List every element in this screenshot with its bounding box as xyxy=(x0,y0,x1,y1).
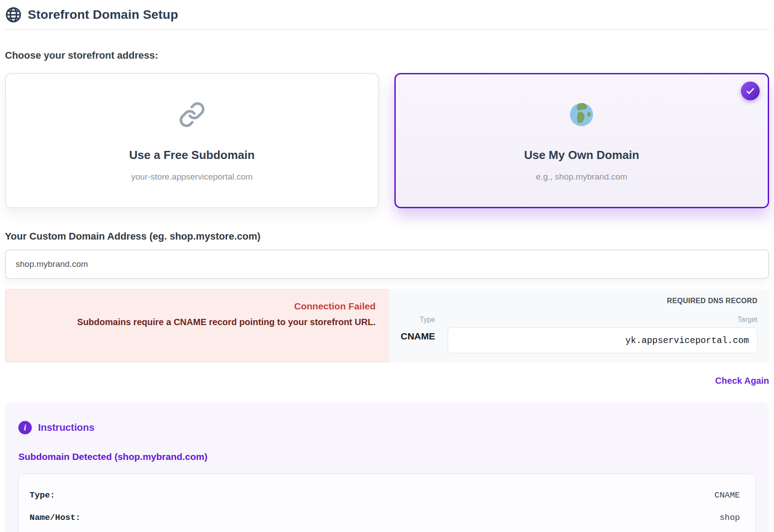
record-label: Type: xyxy=(30,490,55,500)
dns-record-heading: REQUIRED DNS RECORD xyxy=(401,297,757,305)
record-value: CNAME xyxy=(714,490,740,500)
dns-type-column: Type CNAME xyxy=(401,316,435,353)
domain-option-cards: Use a Free Subdomain your-store.appservi… xyxy=(5,73,769,208)
instructions-title: Instructions xyxy=(38,422,94,433)
check-again-row: Check Again xyxy=(5,376,769,386)
link-icon xyxy=(179,100,205,129)
record-label: Name/Host: xyxy=(30,513,81,523)
card-title: Use a Free Subdomain xyxy=(129,148,255,162)
info-icon: i xyxy=(18,421,32,434)
record-row-name-host: Name/Host: shop xyxy=(30,513,740,523)
instructions-header: i Instructions xyxy=(18,421,756,434)
earth-globe-icon xyxy=(567,100,596,129)
custom-domain-input[interactable] xyxy=(5,249,769,279)
globe-icon xyxy=(5,6,22,23)
option-card-free-subdomain[interactable]: Use a Free Subdomain your-store.appservi… xyxy=(5,73,379,208)
record-row-type: Type: CNAME xyxy=(30,490,740,500)
page-header: Storefront Domain Setup xyxy=(5,4,769,23)
storefront-domain-setup-page: Storefront Domain Setup Choose your stor… xyxy=(0,0,774,532)
option-card-own-domain[interactable]: Use My Own Domain e.g., shop.mybrand.com xyxy=(394,73,770,208)
card-title: Use My Own Domain xyxy=(524,148,639,162)
check-again-link[interactable]: Check Again xyxy=(715,376,769,386)
dns-record-details: Type: CNAME Name/Host: shop Target: yk.a… xyxy=(18,474,756,532)
error-message: Subdomains require a CNAME record pointi… xyxy=(19,317,376,327)
dns-status-row: Connection Failed Subdomains require a C… xyxy=(5,289,769,362)
card-subtitle: e.g., shop.mybrand.com xyxy=(536,172,627,182)
required-dns-panel: REQUIRED DNS RECORD Type CNAME Target xyxy=(389,289,769,362)
selected-check-icon xyxy=(741,82,760,100)
dns-target-input[interactable] xyxy=(448,327,757,353)
card-subtitle: your-store.appserviceportal.com xyxy=(131,172,252,182)
chooser-label: Choose your storefront address: xyxy=(5,50,769,61)
error-title: Connection Failed xyxy=(19,301,376,312)
dns-target-label: Target xyxy=(738,316,757,324)
record-value: shop xyxy=(719,513,740,523)
instructions-panel: i Instructions Subdomain Detected (shop.… xyxy=(5,402,769,532)
dns-target-column: Target xyxy=(448,316,757,353)
page-title: Storefront Domain Setup xyxy=(28,8,178,22)
header-divider xyxy=(5,29,769,30)
subdomain-detected-heading: Subdomain Detected (shop.mybrand.com) xyxy=(18,451,756,462)
custom-domain-label: Your Custom Domain Address (eg. shop.mys… xyxy=(5,231,769,242)
dns-type-label: Type xyxy=(419,316,435,324)
dns-type-value: CNAME xyxy=(401,331,435,342)
dns-record-body: Type CNAME Target xyxy=(401,316,757,353)
connection-error-panel: Connection Failed Subdomains require a C… xyxy=(5,289,389,362)
